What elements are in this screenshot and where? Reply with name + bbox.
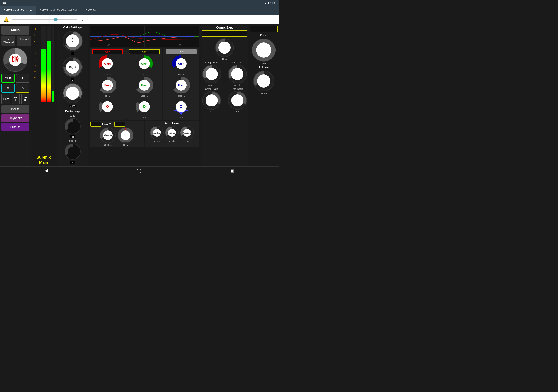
recents-icon[interactable]: ▣	[230, 168, 235, 173]
eq-freq-1k: 1k	[143, 44, 146, 47]
svg-text:Q: Q	[143, 105, 146, 109]
tab-bar: RME TotalMixFX Mixer RME TotalMixFX Chan…	[0, 6, 279, 15]
home-icon[interactable]: ◯	[137, 168, 141, 173]
eq-band3-q-knob[interactable]: Q	[172, 98, 191, 116]
release-knob-wrap: 300 ms	[250, 70, 278, 94]
exp-trsh-knob[interactable]	[227, 64, 247, 84]
attack-knob[interactable]	[215, 38, 234, 58]
gain-settings-column: Gain-Settings M ft 0 Right 0	[57, 24, 88, 166]
eq-band1-type-button[interactable]: type	[92, 49, 123, 54]
meter-bar-left	[41, 26, 46, 102]
gain-knob2-wrap: Right 0	[58, 56, 87, 81]
eq-band3-gain-knob[interactable]: Gain	[172, 54, 191, 73]
attack-value: 10 ms	[222, 58, 227, 60]
meter-bar-thin	[52, 26, 54, 102]
status-right: ⌖ ▴ ▮ 13:44	[262, 2, 276, 5]
fx-return-knob[interactable]	[64, 143, 81, 160]
meter-scale: +3 0 -6 -12 -18 -24 -30 -40 -50	[31, 26, 56, 102]
eq-band3-type-button[interactable]: type	[166, 49, 197, 54]
volume-slider-track[interactable]	[12, 19, 77, 20]
phl-button[interactable]: PH L	[12, 94, 20, 104]
eq-band2-freq-knob[interactable]: Freq	[135, 76, 154, 94]
chevron-down-icon[interactable]: ⌄	[81, 18, 84, 22]
auto-level-knobs: Max Gain 6.0 dB Headroom 6.0 dB	[150, 126, 194, 142]
meter-labels: +3 0 -6 -12 -18 -24 -30 -40 -50	[34, 26, 36, 102]
risetime-knob[interactable]: Risetime	[180, 126, 194, 140]
meter-label-n50: -50	[34, 77, 36, 79]
comp-ratio-knob[interactable]	[202, 91, 221, 110]
fx-return-label: return	[69, 139, 76, 142]
gain-knob3-value: 1.00	[69, 104, 76, 107]
meter-label-p3: +3	[34, 28, 36, 30]
exp-ratio-value: 1.0	[236, 111, 239, 113]
low-cut-empty-box-2[interactable]	[114, 122, 125, 127]
m-button[interactable]: M	[1, 84, 15, 93]
tab-channel-strip[interactable]: RME TotalMixFX Channel Strip	[36, 6, 82, 15]
tab-mixer[interactable]: RME TotalMixFX Mixer	[0, 6, 36, 15]
gain-knob2-svg[interactable]: Right	[62, 56, 84, 78]
lowcut-freq-knob[interactable]	[117, 127, 134, 144]
meter-label-n6: -6	[34, 40, 36, 42]
eq-freq-labels: 100 1k 10k	[90, 44, 199, 47]
fx-send-knob[interactable]	[64, 118, 81, 135]
release-knob[interactable]	[253, 70, 275, 92]
eq-band1-q-knob[interactable]: Q	[98, 98, 117, 116]
main-title-button[interactable]: Main	[1, 26, 29, 35]
meter-fill-left	[41, 49, 46, 102]
eq-band1-freq-value: 80 Hz	[105, 95, 110, 97]
svg-text:Q: Q	[180, 105, 183, 109]
status-left: ■■	[3, 1, 6, 5]
eq-column: 100 1k 10k type Gain -12.0 dB	[88, 24, 201, 166]
channel-next-button[interactable]: Channel >	[17, 36, 31, 46]
grade-knob[interactable]: Grade	[100, 127, 116, 144]
svg-point-72	[231, 94, 244, 106]
headroom-knob[interactable]: Headroom	[165, 126, 179, 140]
eq-band1-freq-knob[interactable]: Freq	[98, 76, 117, 94]
back-icon[interactable]: ◀	[44, 168, 48, 173]
eq-band2-type-button[interactable]: type	[129, 49, 160, 54]
svg-text:Grade: Grade	[104, 134, 112, 137]
comp-ratio-wrap: Comp. Ratio 1.0	[202, 87, 221, 113]
eq-band1-gain-knob[interactable]: Gain	[98, 54, 117, 73]
cue-button[interactable]: CUE	[1, 74, 15, 83]
svg-text:Q: Q	[106, 105, 109, 109]
meter-bar-right	[47, 26, 52, 102]
svg-text:Freq: Freq	[105, 84, 111, 87]
eq-band-1: type Gain -12.0 dB Freq 80 Hz	[90, 48, 126, 119]
gain-right-type-box[interactable]	[250, 26, 278, 32]
meter-panel: +3 0 -6 -12 -18 -24 -30 -40 -50	[31, 24, 57, 166]
gain-knob1-svg[interactable]: M ft	[62, 30, 84, 52]
playbacks-button[interactable]: Playbacks	[1, 114, 29, 122]
outputs-button[interactable]: Outputs	[1, 123, 29, 131]
svg-point-16	[68, 147, 77, 156]
bell-icon: 🔔	[3, 17, 9, 22]
eq-band2-gain-value: 7.0 dB	[141, 73, 147, 76]
battery-icon: ▮	[268, 2, 269, 5]
grade-value: 12 dB/oct	[104, 144, 112, 146]
meter-label-n40: -40	[34, 71, 36, 73]
r-button[interactable]: R	[16, 74, 29, 83]
phr-button[interactable]: PH R	[21, 94, 29, 104]
eq-band2-q-knob[interactable]: Q	[135, 98, 154, 116]
phantom-button[interactable]: +48V	[1, 94, 10, 104]
tab-other[interactable]: RME To...	[82, 6, 102, 15]
inputs-button[interactable]: Inputs	[1, 105, 29, 113]
eq-band2-gain-knob[interactable]: Gain	[135, 54, 154, 73]
exp-ratio-knob[interactable]	[227, 91, 247, 110]
max-gain-knob[interactable]: Max Gain	[150, 126, 164, 140]
comp-trsh-knob[interactable]	[202, 64, 221, 84]
low-cut-empty-box-1[interactable]	[90, 122, 101, 127]
fx-return-value: -oo	[70, 161, 75, 163]
meter-label-n12: -12	[34, 46, 36, 48]
volume-slider-thumb[interactable]	[54, 18, 58, 21]
s-button[interactable]: S	[16, 84, 29, 93]
gain-right-knob[interactable]	[252, 38, 276, 62]
low-cut-label: Low Cut	[102, 123, 113, 126]
comp-type-box[interactable]	[202, 30, 247, 37]
gain-knob3-svg[interactable]	[62, 82, 84, 104]
channel-prev-button[interactable]: < Channel	[1, 36, 15, 46]
svg-text:Max Gain: Max Gain	[153, 132, 161, 134]
eq-band3-freq-knob[interactable]: Freq	[172, 76, 191, 94]
comp-ratio-value: 1.0	[210, 111, 213, 113]
notification-bar: 🔔 ⌄	[0, 15, 279, 24]
